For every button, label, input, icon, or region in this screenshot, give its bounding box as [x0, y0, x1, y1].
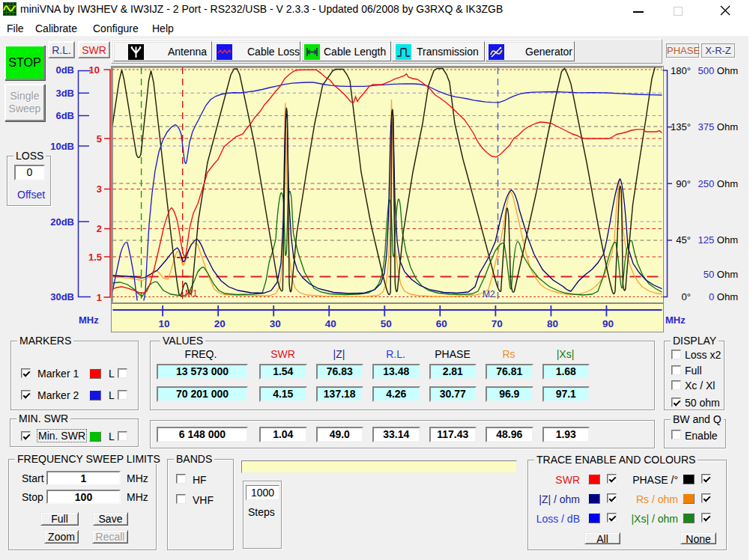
svg-text:500 Ohm: 500 Ohm — [698, 65, 739, 76]
svg-text:30: 30 — [270, 318, 281, 329]
svg-text:80: 80 — [547, 318, 558, 329]
svg-text:0 Ohm: 0 Ohm — [709, 291, 738, 302]
svg-text:90°: 90° — [676, 178, 691, 189]
svg-text:M2: M2 — [483, 289, 495, 299]
svg-text:10dB: 10dB — [50, 141, 74, 152]
svg-text:10: 10 — [89, 64, 100, 76]
svg-text:M1: M1 — [185, 288, 198, 299]
svg-text:375 Ohm: 375 Ohm — [698, 121, 739, 133]
svg-text:3: 3 — [97, 183, 102, 195]
svg-text:1: 1 — [97, 292, 102, 303]
svg-text:2: 2 — [97, 223, 102, 234]
svg-text:90: 90 — [602, 318, 614, 329]
svg-text:0dB: 0dB — [55, 64, 74, 76]
svg-text:MHz: MHz — [665, 314, 686, 326]
svg-text:125 Ohm: 125 Ohm — [698, 234, 739, 246]
svg-text:50 Ohm: 50 Ohm — [704, 269, 738, 280]
svg-text:MHz: MHz — [79, 314, 99, 326]
svg-text:60: 60 — [436, 318, 447, 329]
svg-text:30dB: 30dB — [50, 291, 74, 302]
svg-text:70: 70 — [492, 318, 503, 329]
svg-text:250 Ohm: 250 Ohm — [698, 178, 739, 189]
svg-text:20: 20 — [214, 318, 226, 329]
svg-text:6dB: 6dB — [55, 110, 74, 121]
svg-text:135°: 135° — [671, 121, 691, 133]
svg-text:1.5: 1.5 — [88, 252, 102, 263]
svg-text:3dB: 3dB — [55, 88, 74, 99]
svg-text:50: 50 — [381, 318, 392, 329]
svg-text:180°: 180° — [671, 65, 691, 76]
svg-text:5: 5 — [97, 133, 102, 144]
svg-text:0°: 0° — [682, 291, 691, 302]
svg-text:45°: 45° — [676, 234, 691, 246]
svg-text:20dB: 20dB — [50, 216, 74, 228]
svg-text:40: 40 — [325, 318, 336, 329]
svg-text:10: 10 — [159, 318, 170, 329]
